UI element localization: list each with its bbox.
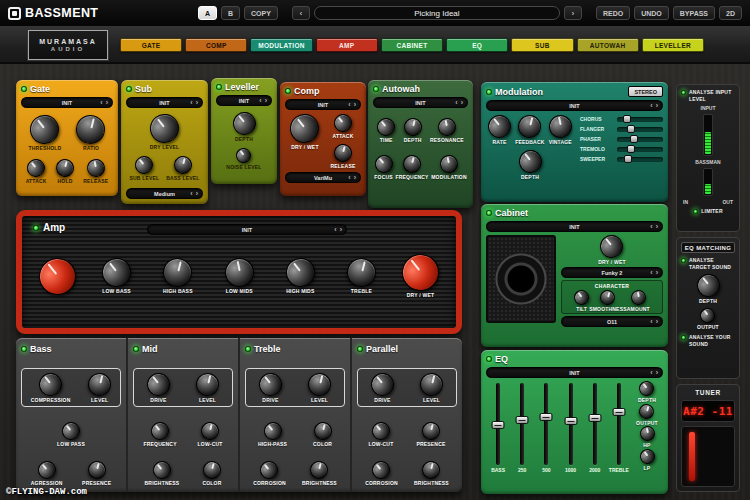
eq-band-2000-slider[interactable] [593, 383, 597, 465]
comp-mode-prev[interactable]: ‹ [348, 174, 350, 181]
sub-power-led[interactable] [126, 86, 132, 92]
eq-band-1000-slider[interactable] [569, 383, 573, 465]
bypass-button[interactable]: BYPASS [673, 6, 715, 20]
preset-name-display[interactable]: Picking Ideal [314, 6, 560, 20]
low-bass-knob[interactable] [96, 252, 137, 293]
depth-knob[interactable] [636, 378, 657, 399]
eq-band-500-slider[interactable] [544, 383, 548, 465]
level-knob[interactable] [418, 371, 446, 399]
stereo-mode-button[interactable]: STEREO [628, 86, 663, 97]
prev-preset-button[interactable]: ‹ [292, 6, 310, 20]
preset-slot-a-button[interactable]: A [198, 6, 217, 20]
feedback-knob[interactable] [516, 113, 544, 141]
modulation-knob[interactable] [438, 153, 459, 174]
color-knob[interactable] [312, 420, 334, 442]
corrosion-knob[interactable] [257, 457, 282, 482]
dry-wet-knob[interactable] [596, 230, 628, 262]
threshold-knob[interactable] [25, 109, 66, 150]
tab-autowah[interactable]: AUTOWAH [577, 38, 639, 52]
depth-knob[interactable] [402, 116, 424, 138]
dry-wet-knob[interactable] [395, 247, 447, 299]
sub-preset-next[interactable]: › [196, 99, 198, 106]
leveller-power-led[interactable] [216, 84, 222, 90]
hold-knob[interactable] [54, 157, 76, 179]
low-mids-knob[interactable] [222, 255, 256, 289]
drive-knob[interactable] [366, 369, 398, 401]
depth-knob[interactable] [692, 269, 724, 301]
limiter-led[interactable] [693, 209, 698, 214]
comp-mode-selector[interactable]: VariMu ‹› [285, 172, 361, 183]
resonance-knob[interactable] [436, 116, 457, 137]
dry-level-knob[interactable] [144, 108, 185, 149]
cabinet-model-prev[interactable]: ‹ [650, 318, 652, 325]
analyse-input-led[interactable] [681, 90, 686, 95]
vintage-knob[interactable] [547, 113, 574, 140]
comp-preset-next[interactable]: › [354, 101, 356, 108]
cabinet-mic-prev[interactable]: ‹ [650, 269, 652, 276]
tab-sub[interactable]: SUB [511, 38, 573, 52]
cabinet-preset-prev[interactable]: ‹ [650, 223, 652, 230]
cabinet-mic-next[interactable]: › [656, 269, 658, 276]
brightness-knob[interactable] [421, 459, 443, 481]
tab-modulation[interactable]: MODULATION [250, 38, 312, 52]
color-knob[interactable] [201, 459, 223, 481]
analyse-target-led[interactable] [681, 258, 686, 263]
tab-cabinet[interactable]: CABINET [381, 38, 443, 52]
presence-knob[interactable] [86, 459, 108, 481]
compression-knob[interactable] [35, 369, 67, 401]
flanger-slider[interactable] [617, 127, 663, 132]
amp-power-led[interactable] [33, 225, 39, 231]
high-pass-knob[interactable] [260, 418, 285, 443]
eq-band-bass-slider[interactable] [496, 383, 500, 465]
high-bass-knob[interactable] [160, 255, 195, 290]
sub-preset-prev[interactable]: ‹ [190, 99, 192, 106]
parallel-channel-led[interactable] [357, 346, 363, 352]
eq-preset-next[interactable]: › [656, 369, 658, 376]
comp-preset-prev[interactable]: ‹ [348, 101, 350, 108]
eq-preset-selector[interactable]: INIT ‹› [486, 367, 663, 378]
time-knob[interactable] [374, 114, 399, 139]
undo-button[interactable]: UNDO [634, 6, 669, 20]
comp-mode-next[interactable]: › [354, 174, 356, 181]
attack-knob[interactable] [330, 110, 355, 135]
amp-drive-knob[interactable] [32, 250, 84, 302]
treble-channel-led[interactable] [245, 346, 251, 352]
eq-band-250-slider[interactable] [520, 383, 524, 465]
gate-power-led[interactable] [21, 86, 27, 92]
view-2d-button[interactable]: 2D [719, 6, 742, 20]
frequency-knob[interactable] [401, 153, 423, 175]
mid-channel-led[interactable] [133, 346, 139, 352]
preset-slot-b-button[interactable]: B [221, 6, 240, 20]
eq-preset-prev[interactable]: ‹ [650, 369, 652, 376]
copy-button[interactable]: COPY [244, 6, 278, 20]
tab-comp[interactable]: COMP [185, 38, 247, 52]
depth-knob[interactable] [228, 107, 260, 139]
redo-button[interactable]: REDO [596, 6, 630, 20]
eq-power-led[interactable] [486, 356, 492, 362]
tab-amp[interactable]: AMP [316, 38, 378, 52]
depth-knob[interactable] [514, 145, 546, 177]
modulation-preset-prev[interactable]: ‹ [650, 102, 652, 109]
bass-channel-led[interactable] [21, 346, 27, 352]
autowah-preset-prev[interactable]: ‹ [455, 99, 457, 106]
low-pass-knob[interactable] [58, 418, 83, 443]
lp-knob[interactable] [636, 446, 657, 467]
sweeper-slider[interactable] [617, 157, 663, 162]
gate-preset-selector[interactable]: INIT ‹› [21, 97, 113, 108]
leveller-preset-prev[interactable]: ‹ [259, 97, 261, 104]
sub-mode-next[interactable]: › [196, 190, 198, 197]
high-mids-knob[interactable] [280, 252, 321, 293]
output-knob[interactable] [697, 305, 718, 326]
hp-knob[interactable] [638, 425, 656, 443]
frequency-knob[interactable] [147, 418, 172, 443]
tab-leveller[interactable]: LEVELLER [642, 38, 704, 52]
level-knob[interactable] [86, 371, 114, 399]
cabinet-mic-selector[interactable]: Funky 2 ‹› [561, 267, 663, 278]
phaser-slider[interactable] [617, 137, 663, 142]
agression-knob[interactable] [34, 457, 59, 482]
modulation-preset-next[interactable]: › [656, 102, 658, 109]
release-knob[interactable] [85, 157, 106, 178]
cabinet-preset-selector[interactable]: INIT ‹› [486, 221, 663, 232]
focus-knob[interactable] [371, 151, 396, 176]
attack-knob[interactable] [24, 155, 49, 180]
